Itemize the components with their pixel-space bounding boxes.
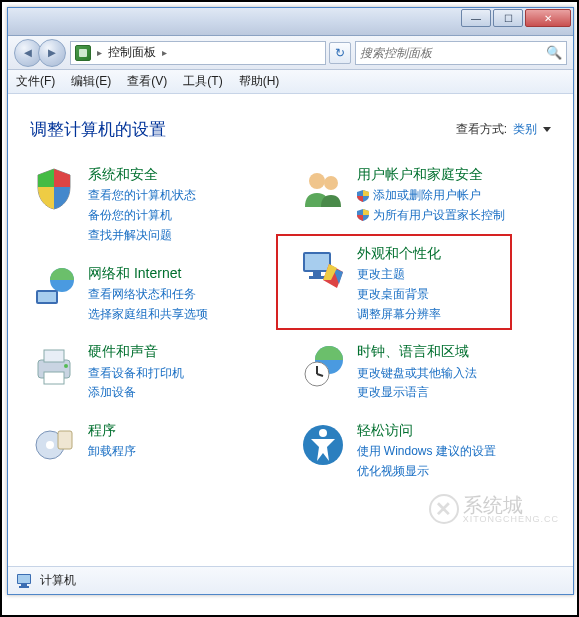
category-hardware: 硬件和声音 查看设备和打印机 添加设备 <box>30 342 283 401</box>
svg-point-11 <box>324 176 338 190</box>
category-ease-of-access: 轻松访问 使用 Windows 建议的设置 优化视频显示 <box>299 421 552 480</box>
users-icon <box>299 165 347 213</box>
statusbar-label: 计算机 <box>40 572 76 589</box>
menu-view[interactable]: 查看(V) <box>127 73 167 90</box>
chevron-down-icon <box>543 127 551 132</box>
svg-rect-5 <box>44 372 64 384</box>
link-windows-recommend[interactable]: 使用 Windows 建议的设置 <box>357 443 552 460</box>
watermark-text: 系统城 <box>463 495 559 515</box>
shield-icon <box>30 165 78 213</box>
link-change-keyboard[interactable]: 更改键盘或其他输入法 <box>357 365 552 382</box>
link-view-status[interactable]: 查看您的计算机状态 <box>88 187 283 204</box>
programs-icon <box>30 421 78 469</box>
svg-rect-9 <box>58 431 72 449</box>
menu-help[interactable]: 帮助(H) <box>239 73 280 90</box>
breadcrumb-root[interactable]: 控制面板 <box>108 44 156 61</box>
search-input[interactable] <box>360 46 542 60</box>
menubar: 文件(F) 编辑(E) 查看(V) 工具(T) 帮助(H) <box>8 70 573 94</box>
link-troubleshoot[interactable]: 查找并解决问题 <box>88 227 283 244</box>
category-title-appearance[interactable]: 外观和个性化 <box>357 244 552 262</box>
category-title-clock[interactable]: 时钟、语言和区域 <box>357 342 552 360</box>
link-change-background[interactable]: 更改桌面背景 <box>357 286 552 303</box>
link-add-remove-user[interactable]: 添加或删除用户帐户 <box>357 187 552 204</box>
statusbar: 计算机 <box>8 566 573 594</box>
clock-globe-icon <box>299 342 347 390</box>
computer-icon <box>16 573 34 589</box>
category-network: 网络和 Internet 查看网络状态和任务 选择家庭组和共享选项 <box>30 264 283 323</box>
view-by-selector[interactable]: 查看方式: 类别 <box>456 121 551 138</box>
address-bar[interactable]: ▸ 控制面板 ▸ <box>70 41 326 65</box>
close-button[interactable]: ✕ <box>525 9 571 27</box>
svg-rect-15 <box>309 276 325 279</box>
network-icon <box>30 264 78 312</box>
printer-icon <box>30 342 78 390</box>
svg-point-21 <box>319 429 327 437</box>
svg-rect-23 <box>18 575 30 583</box>
category-user-accounts: 用户帐户和家庭安全 添加或删除用户帐户 为所有用户设置家长控制 <box>299 165 552 224</box>
svg-point-8 <box>46 441 54 449</box>
category-title-programs[interactable]: 程序 <box>88 421 283 439</box>
link-change-lang[interactable]: 更改显示语言 <box>357 384 552 401</box>
navigation-toolbar: ◄ ► ▸ 控制面板 ▸ ↻ 🔍 <box>8 36 573 70</box>
watermark-subtext: XITONGCHENG.CC <box>463 515 559 524</box>
category-system-security: 系统和安全 查看您的计算机状态 备份您的计算机 查找并解决问题 <box>30 165 283 244</box>
category-appearance: 外观和个性化 更改主题 更改桌面背景 调整屏幕分辨率 <box>299 244 552 323</box>
chevron-right-icon: ▸ <box>95 47 104 58</box>
refresh-button[interactable]: ↻ <box>329 42 351 64</box>
category-title-user[interactable]: 用户帐户和家庭安全 <box>357 165 552 183</box>
link-parental-controls[interactable]: 为所有用户设置家长控制 <box>357 207 552 224</box>
appearance-icon <box>299 244 347 292</box>
category-title-network[interactable]: 网络和 Internet <box>88 264 283 282</box>
search-box[interactable]: 🔍 <box>355 41 567 65</box>
forward-button[interactable]: ► <box>38 39 66 67</box>
link-devices-printers[interactable]: 查看设备和打印机 <box>88 365 283 382</box>
svg-rect-2 <box>38 292 56 302</box>
svg-rect-13 <box>305 254 329 270</box>
link-network-status[interactable]: 查看网络状态和任务 <box>88 286 283 303</box>
maximize-button[interactable]: ☐ <box>493 9 523 27</box>
category-title-system[interactable]: 系统和安全 <box>88 165 283 183</box>
control-panel-window: — ☐ ✕ ◄ ► ▸ 控制面板 ▸ ↻ 🔍 文 <box>7 7 574 595</box>
content-area: 调整计算机的设置 查看方式: 类别 系统和安全 <box>8 94 573 564</box>
svg-rect-14 <box>313 272 321 276</box>
menu-tools[interactable]: 工具(T) <box>183 73 222 90</box>
category-title-ease[interactable]: 轻松访问 <box>357 421 552 439</box>
view-by-value[interactable]: 类别 <box>513 121 537 138</box>
minimize-button[interactable]: — <box>461 9 491 27</box>
svg-rect-24 <box>21 584 27 586</box>
category-clock-region: 时钟、语言和区域 更改键盘或其他输入法 更改显示语言 <box>299 342 552 401</box>
category-title-hardware[interactable]: 硬件和声音 <box>88 342 283 360</box>
watermark-logo-icon: ✕ <box>429 494 459 524</box>
ease-of-access-icon <box>299 421 347 469</box>
link-homegroup[interactable]: 选择家庭组和共享选项 <box>88 306 283 323</box>
view-by-label: 查看方式: <box>456 121 507 138</box>
page-title: 调整计算机的设置 <box>30 118 166 141</box>
svg-rect-25 <box>19 586 29 588</box>
link-change-theme[interactable]: 更改主题 <box>357 266 552 283</box>
category-programs: 程序 卸载程序 <box>30 421 283 469</box>
titlebar: — ☐ ✕ <box>8 8 573 36</box>
link-uninstall[interactable]: 卸载程序 <box>88 443 283 460</box>
link-add-device[interactable]: 添加设备 <box>88 384 283 401</box>
uac-shield-icon <box>357 209 369 221</box>
svg-point-10 <box>309 173 325 189</box>
control-panel-icon <box>75 45 91 61</box>
link-backup[interactable]: 备份您的计算机 <box>88 207 283 224</box>
search-icon: 🔍 <box>546 45 562 60</box>
watermark: ✕ 系统城 XITONGCHENG.CC <box>429 494 559 524</box>
uac-shield-icon <box>357 190 369 202</box>
link-optimize-video[interactable]: 优化视频显示 <box>357 463 552 480</box>
svg-rect-4 <box>44 350 64 362</box>
svg-point-6 <box>64 364 68 368</box>
chevron-right-icon: ▸ <box>160 47 169 58</box>
menu-file[interactable]: 文件(F) <box>16 73 55 90</box>
menu-edit[interactable]: 编辑(E) <box>71 73 111 90</box>
link-adjust-resolution[interactable]: 调整屏幕分辨率 <box>357 306 552 323</box>
